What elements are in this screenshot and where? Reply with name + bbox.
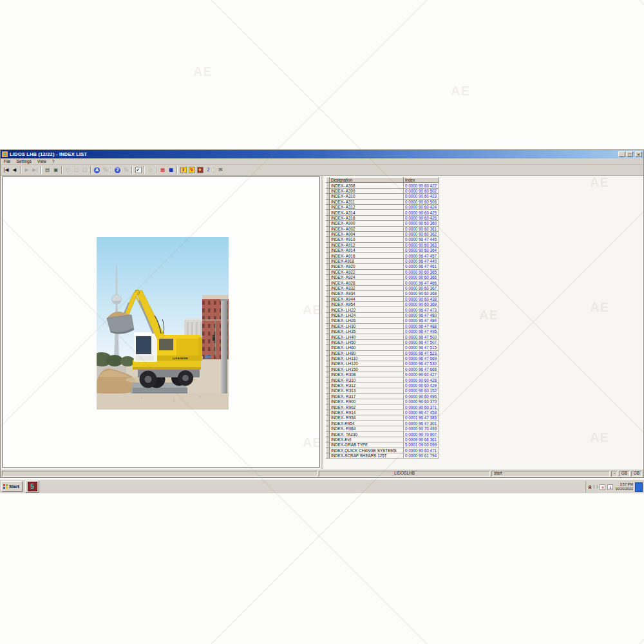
last-record-icon[interactable]: ▶| xyxy=(31,166,39,175)
designation-cell[interactable]: INDEX- A902 xyxy=(330,226,404,231)
designation-cell[interactable]: INDEX- A900 xyxy=(330,221,404,226)
index-cell[interactable]: 0 0000 90 60 471 xyxy=(404,448,439,453)
emblem-icon[interactable]: ♦ xyxy=(196,166,204,175)
table-row[interactable]: INDEX- LH300 0000 96 47 488 xyxy=(327,323,439,328)
designation-cell[interactable]: INDEX-EVI xyxy=(330,437,404,442)
index-cell[interactable]: 0 0000 90 60 152 xyxy=(404,388,439,393)
index-cell[interactable]: 0 0000 90 60 367 xyxy=(404,285,439,290)
designation-cell[interactable]: INDEX- A914 xyxy=(330,248,404,253)
designation-cell[interactable]: INDEX- A912 xyxy=(330,242,404,247)
table-row[interactable]: INDEX- R3130 0000 90 60 152 xyxy=(327,388,439,393)
index-cell[interactable]: 0 0009 90 66 361 xyxy=(404,437,439,442)
index-cell[interactable]: 0 0000 96 47 500 xyxy=(404,334,439,339)
designation-cell[interactable]: INDEX- A910 xyxy=(330,237,404,242)
table-row[interactable]: INDEX- LH240 0000 96 47 480 xyxy=(327,312,439,317)
designation-cell[interactable]: INDEX- A934 xyxy=(330,291,404,296)
index-cell[interactable]: 0 0000 90 60 424 xyxy=(404,204,439,209)
designation-cell[interactable]: INDEX- LH120 xyxy=(330,361,404,366)
designation-cell[interactable]: INDEX- A308 xyxy=(330,183,404,188)
designation-cell[interactable]: INDEX- A310 xyxy=(330,194,404,199)
designation-cell[interactable]: INDEX-R954 xyxy=(330,421,404,426)
index-cell[interactable]: 0 0000 96 47 488 xyxy=(404,323,439,328)
designation-cell[interactable]: INDEX- A904 xyxy=(330,231,404,236)
index-cell[interactable]: 0 0000 90 60 360 xyxy=(404,221,439,226)
designation-cell[interactable]: INDEX- A954 xyxy=(330,301,404,307)
designation-cell[interactable]: INDEX- A314 xyxy=(330,210,404,215)
volume-icon[interactable]: ( ) xyxy=(593,484,598,489)
index-cell[interactable]: 0 0000 90 60 496 xyxy=(404,393,439,399)
table-row[interactable]: INDEX- A9280 0000 96 47 466 xyxy=(327,280,439,285)
table-row[interactable]: INDEX- LH800 0000 96 47 523 xyxy=(327,350,439,355)
table-row[interactable]: INDEX- LH600 0000 96 47 515 xyxy=(327,345,439,350)
titlebar[interactable]: 5 LIDOS LHB (12/22) - INDEX LIST _ □ × xyxy=(1,150,643,158)
index-cell[interactable]: 0 0000 96 47 515 xyxy=(404,345,439,350)
table-row[interactable]: INDEX- A9440 0000 90 60 438 xyxy=(327,296,439,301)
tray-alert-icon[interactable]: × xyxy=(600,484,605,490)
menu-settings[interactable]: Settings xyxy=(14,159,35,164)
table-row[interactable]: INDEX- A9320 0000 90 60 367 xyxy=(327,285,439,290)
index-cell[interactable]: 0 0000 90 60 428 xyxy=(404,377,439,383)
table-row[interactable]: INDEX- TA2300 0000 90 70 907 xyxy=(327,431,439,437)
table-row[interactable]: INDEX- LH220 0000 96 47 473 xyxy=(327,307,439,312)
designation-cell[interactable]: INDEX- A922 xyxy=(330,269,404,274)
menu-view[interactable]: View xyxy=(35,159,50,164)
index-header[interactable]: Index xyxy=(404,178,439,183)
designation-cell[interactable]: INDEX- R312 xyxy=(330,383,404,388)
table-row[interactable]: INDEX- A9340 0000 90 60 368 xyxy=(327,291,439,296)
help-contact-icon[interactable]: 2 xyxy=(204,166,213,175)
index-cell[interactable]: 0 0000 90 60 426 xyxy=(404,215,439,220)
zoom-icon[interactable]: ○ xyxy=(64,166,72,175)
table-row[interactable]: INDEX- A9220 0000 90 60 365 xyxy=(327,269,439,274)
minimize-button[interactable]: _ xyxy=(618,151,625,157)
index-cell[interactable]: 0 0000 96 47 453 xyxy=(404,410,439,415)
index-cell[interactable]: 0 0000 96 47 484 xyxy=(404,318,439,323)
table-row[interactable]: INDEX- R3080 0000 90 60 427 xyxy=(327,372,439,377)
find-text-icon[interactable]: A xyxy=(93,166,101,175)
tray-update-icon[interactable]: ↓ xyxy=(607,484,613,490)
language-indicator-icon[interactable] xyxy=(635,482,643,492)
index-cell[interactable]: 0 0000 96 47 495 xyxy=(404,328,439,334)
table-row[interactable]: INDEX- A3090 0000 90 60 502 xyxy=(327,188,439,193)
table-row[interactable]: INDEX- A9120 0000 90 60 363 xyxy=(327,242,439,247)
designation-cell[interactable]: INDEX- A924 xyxy=(330,275,404,280)
table-row[interactable]: INDEX- A3110 0000 90 60 506 xyxy=(327,199,439,204)
index-cell[interactable]: 0 0000 90 60 368 xyxy=(404,291,439,296)
table-row[interactable]: INDEX- LH350 0000 96 47 495 xyxy=(327,328,439,334)
table-row[interactable]: INDEX- R9140 0000 96 47 453 xyxy=(327,410,439,415)
index-cell[interactable]: 0 0000 90 60 365 xyxy=(404,269,439,274)
designation-cell[interactable]: INDEX- LH22 xyxy=(330,307,404,312)
index-cell[interactable]: 0 0000 96 47 466 xyxy=(404,280,439,285)
designation-cell[interactable]: INDEX- LH35 xyxy=(330,328,404,334)
index-cell[interactable]: 0 0000 96 47 440 xyxy=(404,258,439,263)
index-cell[interactable]: 0 0000 90 60 427 xyxy=(404,372,439,377)
table-row[interactable]: INDEX- R9000 0000 90 60 370 xyxy=(327,399,439,404)
table-row[interactable]: INDEX- A9040 0000 90 60 362 xyxy=(327,231,439,236)
print-icon[interactable]: ▤ xyxy=(43,166,52,175)
table-row[interactable]: INDEX- A9140 0000 90 60 364 xyxy=(327,248,439,253)
table-row[interactable]: INDEX- R9340 0001 96 47 383 xyxy=(327,415,439,421)
index-cell[interactable]: 0 0000 96 47 473 xyxy=(404,307,439,312)
table-row[interactable]: INDEX- A3080 0000 90 60 422 xyxy=(327,183,439,188)
table-row[interactable]: INDEX- A3140 0000 90 60 425 xyxy=(327,210,439,215)
table-row[interactable]: INDEX- A9200 0000 96 47 461 xyxy=(327,264,439,269)
designation-cell[interactable]: INDEX- A316 xyxy=(330,215,404,220)
panel-icon[interactable]: ■ xyxy=(167,166,175,175)
tray-r-icon[interactable]: R xyxy=(589,485,592,489)
designation-cell[interactable]: INDEX- R900 xyxy=(330,399,404,404)
designation-cell[interactable]: INDEX- LH150 xyxy=(330,366,404,372)
designation-cell[interactable]: INDEX- A916 xyxy=(330,253,404,258)
table-row[interactable]: INDEX- A9000 0000 90 60 360 xyxy=(327,221,439,226)
designation-cell[interactable]: INDEX- A312 xyxy=(330,204,404,209)
index-cell[interactable]: 0 0000 96 47 446 xyxy=(404,237,439,242)
table-row[interactable]: INDEX- A3100 0000 90 60 423 xyxy=(327,194,439,199)
table-row[interactable]: INDEX- LH260 0000 96 47 484 xyxy=(327,318,439,323)
index-cell[interactable]: 0 0000 90 60 363 xyxy=(404,242,439,247)
index-cell[interactable]: 0 0000 90 60 423 xyxy=(404,194,439,199)
table-row[interactable]: INDEX-SCRAP SHEARS 125T0 0000 90 61 794 xyxy=(327,453,439,458)
index-cell[interactable]: 0 0000 90 60 429 xyxy=(404,383,439,388)
lidos-taskbar-button[interactable]: 5 xyxy=(25,480,39,493)
designation-cell[interactable]: INDEX- R984 xyxy=(330,426,404,431)
designation-cell[interactable]: INDEX-A918 xyxy=(330,258,404,263)
table-row[interactable]: INDEX- A9160 0000 96 47 457 xyxy=(327,253,439,258)
index-cell[interactable]: 0 0001 96 47 383 xyxy=(404,415,439,421)
